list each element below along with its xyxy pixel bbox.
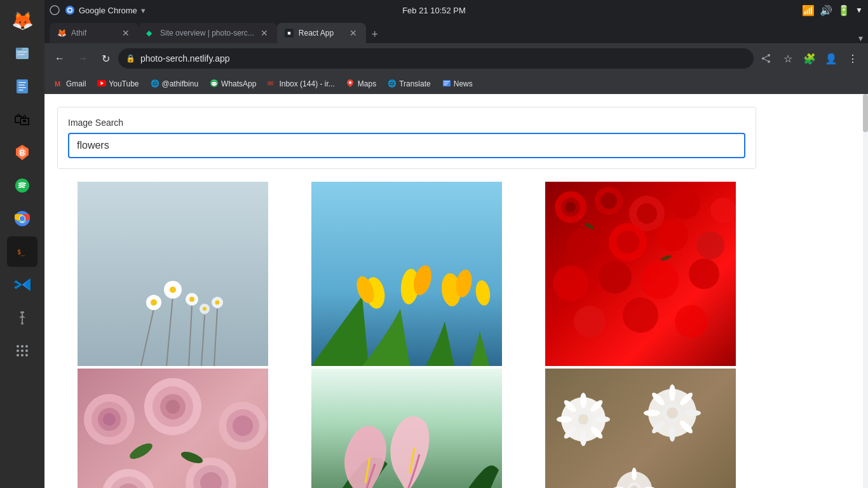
svg-point-133 xyxy=(669,425,675,442)
titlebar-datetime: Feb 21 10:52 PM xyxy=(402,6,466,15)
tab-athif[interactable]: 🦊 Athif ✕ xyxy=(50,23,139,43)
svg-point-27 xyxy=(17,354,19,356)
image-cell-yellow-flowers[interactable] xyxy=(291,182,522,366)
secure-icon: 🔒 xyxy=(126,54,135,63)
svg-rect-8 xyxy=(18,90,24,91)
tabs-overflow-button[interactable]: ▾ xyxy=(853,33,868,43)
bookmark-inbox[interactable]: ✉ Inbox (144) - ir... xyxy=(262,76,339,92)
bookmark-whatsapp[interactable]: 💬 WhatsApp xyxy=(205,76,261,92)
news-favicon xyxy=(442,79,451,88)
tab-site-overview[interactable]: ◆ Site overview | photo-serc... ✕ xyxy=(139,23,277,43)
svg-point-55 xyxy=(151,299,157,306)
svg-point-16 xyxy=(20,216,25,221)
power-icon: ▼ xyxy=(855,6,863,15)
bookmark-inbox-label: Inbox (144) - ir... xyxy=(279,79,334,88)
app-menu-arrow[interactable]: ▾ xyxy=(141,6,146,15)
svg-point-57 xyxy=(170,287,176,293)
scrollbar-thumb[interactable] xyxy=(863,94,868,132)
svg-line-37 xyxy=(764,56,768,58)
sidebar-icon-spotify[interactable] xyxy=(7,170,37,201)
bookmark-translate[interactable]: 🌐 Translate xyxy=(383,76,436,92)
flower-image-chrysanthemum xyxy=(525,369,756,488)
flower-image-pink-calla xyxy=(291,369,522,488)
title-bar: Google Chrome ▾ Feb 21 10:52 PM 📶 🔊 🔋 ▼ xyxy=(44,0,868,20)
sidebar-icon-terminal[interactable]: $_ xyxy=(7,236,37,267)
page-scrollbar[interactable] xyxy=(863,94,868,488)
content-area: Image Search xyxy=(44,94,868,488)
sidebar-icon-files[interactable] xyxy=(7,38,37,69)
svg-point-90 xyxy=(689,259,719,289)
bookmark-maps[interactable]: Maps xyxy=(341,76,381,92)
svg-rect-2 xyxy=(17,51,27,53)
svg-point-22 xyxy=(21,345,24,348)
sidebar-icon-chrome[interactable] xyxy=(7,203,37,234)
tab-favicon-site: ◆ xyxy=(146,29,155,37)
svg-point-59 xyxy=(189,297,194,302)
image-cell-red-roses[interactable] xyxy=(525,182,756,366)
bookmark-athifbinu[interactable]: 🌐 @athifbinu xyxy=(146,76,204,92)
sidebar-icon-grid[interactable] xyxy=(7,336,37,366)
svg-point-23 xyxy=(25,345,28,348)
inbox-favicon: ✉ xyxy=(268,79,276,88)
titlebar-right: 📶 🔊 🔋 ▼ xyxy=(802,4,863,17)
svg-point-35 xyxy=(762,57,764,60)
image-cell-white-chrysanthemums[interactable] xyxy=(525,369,756,488)
svg-rect-4 xyxy=(17,79,28,93)
bookmark-youtube[interactable]: YouTube xyxy=(92,76,144,92)
image-cell-pink-calla[interactable] xyxy=(291,369,522,488)
extensions-button[interactable]: 🧩 xyxy=(799,48,820,69)
tab-close-react[interactable]: ✕ xyxy=(348,28,358,38)
sidebar-icon-usb[interactable] xyxy=(7,302,37,333)
bookmark-news[interactable]: News xyxy=(437,76,478,92)
profile-button[interactable]: 👤 xyxy=(821,48,841,69)
tab-close-athif[interactable]: ✕ xyxy=(121,28,131,38)
svg-point-130 xyxy=(578,414,588,424)
sidebar-icon-appstore[interactable]: 🛍 xyxy=(7,104,37,135)
svg-point-33 xyxy=(69,9,72,12)
address-bar[interactable]: 🔒 photo-serch.netlify.app xyxy=(118,48,754,69)
share-button[interactable] xyxy=(756,48,776,69)
svg-point-61 xyxy=(203,307,207,311)
bookmark-youtube-label: YouTube xyxy=(109,79,139,88)
app-menu[interactable]: Google Chrome ▾ xyxy=(65,5,146,15)
bookmark-whatsapp-label: WhatsApp xyxy=(221,79,256,88)
gmail-favicon: M xyxy=(55,80,64,88)
back-button[interactable]: ← xyxy=(50,48,70,69)
athifbinu-favicon: 🌐 xyxy=(151,79,159,88)
sidebar-icon-firefox[interactable]: 🦊 xyxy=(7,5,37,36)
forward-button[interactable]: → xyxy=(72,48,93,69)
youtube-favicon xyxy=(97,80,106,88)
svg-point-107 xyxy=(233,416,253,436)
sidebar-icon-vscode[interactable] xyxy=(7,269,37,300)
flower-image-red xyxy=(525,182,756,366)
tab-title-react: React App xyxy=(299,29,343,37)
new-tab-button[interactable]: + xyxy=(366,25,384,43)
image-cell-pink-roses[interactable] xyxy=(57,369,288,488)
search-container: Image Search xyxy=(57,107,756,169)
browser-window: Google Chrome ▾ Feb 21 10:52 PM 📶 🔊 🔋 ▼ … xyxy=(44,0,868,488)
svg-point-124 xyxy=(595,416,610,423)
bookmark-gmail-label: Gmail xyxy=(66,79,86,88)
svg-rect-3 xyxy=(17,54,25,55)
bookmark-news-label: News xyxy=(454,79,473,88)
page-content: Image Search xyxy=(44,94,868,488)
maps-favicon xyxy=(346,79,355,89)
tab-close-site[interactable]: ✕ xyxy=(259,28,269,38)
battery-icon: 🔋 xyxy=(837,4,850,17)
bookmark-gmail[interactable]: M Gmail xyxy=(50,76,91,92)
svg-point-28 xyxy=(21,354,24,356)
sidebar-icon-writer[interactable] xyxy=(7,71,37,102)
reload-button[interactable]: ↻ xyxy=(95,48,116,69)
search-input[interactable] xyxy=(68,133,745,158)
url-text: photo-serch.netlify.app xyxy=(140,53,746,64)
svg-rect-46 xyxy=(444,83,448,83)
sidebar-icon-brave[interactable]: B xyxy=(7,137,37,168)
bookmark-button[interactable]: ☆ xyxy=(778,48,798,69)
menu-button[interactable]: ⋮ xyxy=(843,48,863,69)
flower-image-daisies xyxy=(57,182,288,366)
svg-rect-5 xyxy=(18,82,26,83)
tab-favicon-athif: 🦊 xyxy=(57,29,66,37)
tab-react-app[interactable]: ■ React App ✕ xyxy=(277,23,366,43)
svg-point-132 xyxy=(669,384,675,401)
image-cell-daisies[interactable] xyxy=(57,182,288,366)
